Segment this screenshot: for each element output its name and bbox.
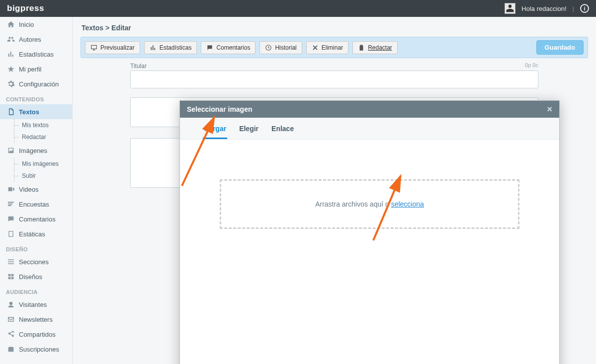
tab-elegir[interactable]: Elegir bbox=[238, 122, 259, 139]
greeting-text: Hola redaccion! bbox=[521, 5, 566, 12]
poll-icon bbox=[7, 200, 15, 208]
info-icon[interactable]: i bbox=[580, 4, 589, 13]
sidebar-item-imagenes[interactable]: Imágenes bbox=[0, 143, 72, 158]
section-diseno-label: DISEÑO bbox=[0, 241, 72, 254]
titular-label: Titular bbox=[130, 63, 147, 70]
sidebar-item-suscripciones[interactable]: Suscripciones bbox=[0, 342, 72, 357]
counter-1: 0p 0c bbox=[525, 62, 538, 68]
estadisticas-button[interactable]: Estadísticas bbox=[144, 41, 197, 54]
section-audiencia-label: AUDIENCIA bbox=[0, 284, 72, 297]
users-icon bbox=[7, 35, 15, 43]
modal-header: Seleccionar imagen × bbox=[180, 101, 559, 118]
separator: | bbox=[573, 5, 574, 12]
modal-title: Seleccionar imagen bbox=[187, 105, 253, 113]
sidebar-sub-redactar[interactable]: Redactar bbox=[0, 131, 72, 143]
sidebar-item-autores[interactable]: Autores bbox=[0, 32, 72, 47]
history-icon bbox=[265, 44, 272, 51]
dropzone-select-link[interactable]: selecciona bbox=[391, 200, 424, 208]
brand-logo[interactable]: bigpress bbox=[7, 3, 44, 13]
star-icon bbox=[7, 65, 15, 73]
sidebar-sub-mistextos[interactable]: Mis textos bbox=[0, 119, 72, 131]
eliminar-button[interactable]: Eliminar bbox=[306, 41, 348, 54]
historial-button[interactable]: Historial bbox=[259, 41, 302, 54]
sidebar-item-videos[interactable]: Videos bbox=[0, 182, 72, 197]
sidebar: Inicio Autores Estadísticas Mi perfil Co… bbox=[0, 17, 73, 364]
image-select-modal: Seleccionar imagen × Cargar Elegir Enlac… bbox=[179, 100, 560, 364]
sidebar-item-secciones[interactable]: Secciones bbox=[0, 254, 72, 269]
briefcase-icon bbox=[7, 345, 15, 353]
monitor-icon bbox=[90, 44, 97, 51]
sidebar-item-visitantes[interactable]: Visitantes bbox=[0, 297, 72, 312]
grid-icon bbox=[7, 273, 15, 281]
tab-cargar[interactable]: Cargar bbox=[203, 122, 227, 139]
sidebar-sub-subir[interactable]: Subir bbox=[0, 170, 72, 182]
sidebar-item-inicio[interactable]: Inicio bbox=[0, 17, 72, 32]
section-contenidos-label: CONTENIDOS bbox=[0, 91, 72, 104]
video-icon bbox=[7, 185, 15, 193]
toolbar: Previsualizar Estadísticas Comentarios H… bbox=[81, 37, 588, 58]
avatar[interactable] bbox=[505, 3, 515, 14]
titular-input[interactable] bbox=[130, 71, 538, 88]
clipboard-icon bbox=[358, 44, 365, 51]
sidebar-item-disenos[interactable]: Diseños bbox=[0, 269, 72, 284]
bubble-icon bbox=[206, 44, 213, 51]
modal-body: Arrastra archivos aquí o selecciona bbox=[180, 140, 559, 364]
sidebar-item-configuracion[interactable]: Configuración bbox=[0, 76, 72, 91]
topbar: bigpress Hola redaccion! | i bbox=[0, 0, 596, 17]
comentarios-button[interactable]: Comentarios bbox=[201, 41, 255, 54]
sidebar-sub-misimagenes[interactable]: Mis imágenes bbox=[0, 158, 72, 170]
x-icon bbox=[312, 44, 319, 51]
modal-tabs: Cargar Elegir Enlace bbox=[180, 118, 559, 140]
bars-icon bbox=[150, 44, 157, 51]
sidebar-item-estaticas[interactable]: Estáticas bbox=[0, 226, 72, 241]
sidebar-item-comentarios[interactable]: Comentarios bbox=[0, 212, 72, 226]
svg-rect-0 bbox=[91, 45, 97, 49]
sidebar-item-compartidos[interactable]: Compartidos bbox=[0, 327, 72, 342]
mail-icon bbox=[7, 315, 15, 323]
sidebar-item-newsletters[interactable]: Newsletters bbox=[0, 312, 72, 327]
sidebar-item-miperfil[interactable]: Mi perfil bbox=[0, 62, 72, 76]
sidebar-item-textos[interactable]: Textos bbox=[0, 104, 72, 119]
list-icon bbox=[7, 258, 15, 266]
comment-icon bbox=[7, 215, 15, 223]
sidebar-item-encuestas[interactable]: Encuestas bbox=[0, 197, 72, 212]
guardado-button[interactable]: Guardado bbox=[536, 40, 584, 55]
tab-enlace[interactable]: Enlace bbox=[270, 122, 295, 139]
breadcrumb: Textos > Editar bbox=[81, 22, 588, 37]
sidebar-item-estadisticas[interactable]: Estadísticas bbox=[0, 47, 72, 62]
document-icon bbox=[7, 108, 15, 116]
main-content: Textos > Editar Previsualizar Estadístic… bbox=[73, 17, 596, 364]
home-icon bbox=[7, 20, 15, 28]
redactar-button[interactable]: Redactar bbox=[352, 41, 398, 54]
chart-icon bbox=[7, 50, 15, 58]
visitor-icon bbox=[7, 300, 15, 308]
close-icon[interactable]: × bbox=[547, 105, 552, 114]
previsualizar-button[interactable]: Previsualizar bbox=[85, 41, 140, 54]
gear-icon bbox=[7, 80, 15, 88]
dropzone[interactable]: Arrastra archivos aquí o selecciona bbox=[220, 179, 519, 229]
page-icon bbox=[7, 230, 15, 238]
image-icon bbox=[7, 146, 15, 154]
dropzone-text: Arrastra archivos aquí o bbox=[315, 200, 391, 208]
share-icon bbox=[7, 330, 15, 338]
